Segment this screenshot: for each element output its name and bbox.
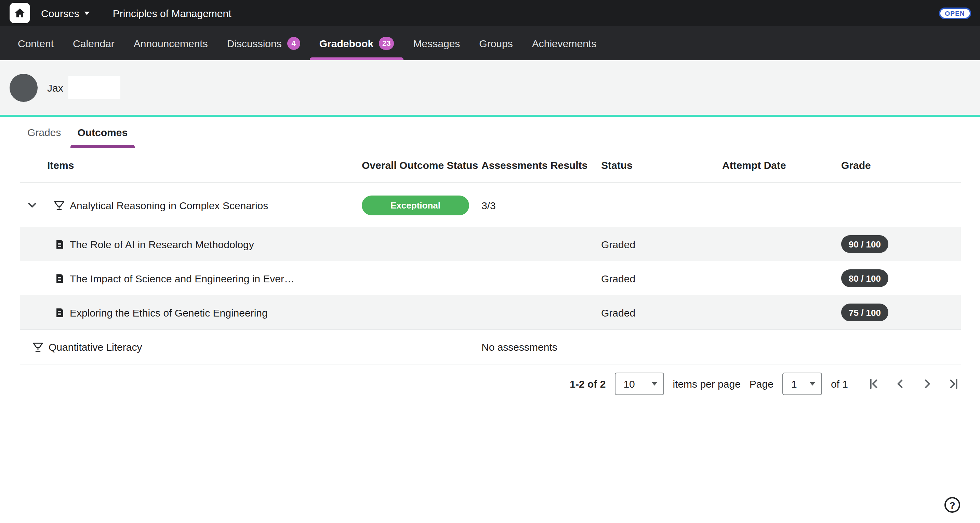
tab-grades[interactable]: Grades [21,117,68,148]
assessment-title: The Impact of Science and Engineering in… [70,272,294,284]
nav-label: Content [18,37,54,49]
pager-controls [866,376,961,391]
assessment-title: The Role of AI in Research Methodology [70,238,254,250]
assessments-results: 3/3 [482,199,601,211]
pagination-bar: 1-2 of 2 10 items per page Page 1 of 1 [0,371,961,396]
assessment-status: Graded [601,238,722,250]
grade-pill: 90 / 100 [841,235,888,253]
course-title: Principles of Management [113,7,231,19]
gradebook-count-badge: 23 [379,37,394,49]
first-page-icon [867,377,880,390]
items-per-page-value: 10 [624,378,635,389]
page-label: Page [749,378,773,389]
assignment-icon [54,307,65,318]
chevron-down-icon [810,382,815,385]
grade-pill: 80 / 100 [841,269,888,287]
assessment-title: Exploring the Ethics of Genetic Engineer… [70,307,268,318]
first-page-button[interactable] [866,376,881,391]
tab-label: Outcomes [77,127,127,138]
nav-item-achievements[interactable]: Achievements [522,26,606,60]
items-per-page-select[interactable]: 10 [614,372,664,395]
column-header-results: Assessments Results [482,159,601,171]
outcome-title: Analytical Reasoning in Complex Scenario… [70,199,268,211]
results-range: 1-2 of 2 [570,378,606,389]
assignment-icon [54,238,65,250]
outcome-title: Quantitative Literacy [49,341,142,353]
column-header-attempt-date: Attempt Date [722,159,841,171]
avatar [10,73,38,102]
grade-pill: 75 / 100 [841,304,888,321]
help-icon: ? [949,499,955,510]
page: Courses Principles of Management OPEN Co… [0,0,980,523]
nav-item-messages[interactable]: Messages [404,26,470,60]
page-total-label: of 1 [831,378,848,389]
student-name: Jax [47,82,63,93]
top-bar: Courses Principles of Management OPEN [0,0,980,26]
redacted-name-block [69,76,121,99]
discussions-count-badge: 4 [287,37,300,49]
overall-status-pill: Exceptional [362,195,469,215]
outcome-row: Analytical Reasoning in Complex Scenario… [20,183,961,227]
chevron-down-icon [26,199,38,211]
table-header-row: Items Overall Outcome Status Assessments… [20,148,961,183]
outcome-icon [32,341,44,353]
home-button[interactable] [10,3,30,23]
gradebook-tabs: Grades Outcomes [0,117,980,148]
assessment-status: Graded [601,307,722,318]
column-header-items: Items [20,159,362,171]
nav-label: Groups [479,37,512,49]
student-header: Jax [0,60,980,115]
tab-label: Grades [27,127,61,138]
page-number-value: 1 [791,378,797,389]
chevron-right-icon [920,377,933,390]
column-header-overall-status: Overall Outcome Status [362,159,482,171]
open-status-badge: OPEN [939,7,971,19]
outcome-row: Quantitative Literacy No assessments [20,329,961,364]
tab-outcomes[interactable]: Outcomes [70,117,134,148]
assignment-icon [54,272,65,284]
courses-label: Courses [41,7,80,19]
chevron-down-icon [651,382,657,385]
active-tab-underline [310,57,404,60]
course-nav: Content Calendar Announcements Discussio… [0,26,980,60]
nav-label: Gradebook [319,37,374,49]
chevron-down-icon [84,11,89,15]
nav-item-discussions[interactable]: Discussions 4 [218,26,310,60]
outcomes-table: Items Overall Outcome Status Assessments… [20,148,961,364]
nav-label: Messages [414,37,460,49]
next-page-button[interactable] [919,376,934,391]
nav-item-groups[interactable]: Groups [469,26,522,60]
active-tab-underline [70,145,134,148]
nav-item-gradebook[interactable]: Gradebook 23 [310,26,404,60]
column-header-grade: Grade [841,159,961,171]
nav-item-announcements[interactable]: Announcements [124,26,218,60]
last-page-icon [947,377,960,390]
assessment-status: Graded [601,272,722,284]
last-page-button[interactable] [946,376,961,391]
nav-label: Achievements [532,37,597,49]
assessment-row: Exploring the Ethics of Genetic Engineer… [20,295,961,329]
nav-label: Announcements [134,37,208,49]
page-number-select[interactable]: 1 [782,372,822,395]
assessment-row: The Role of AI in Research Methodology G… [20,227,961,261]
previous-page-button[interactable] [892,376,907,391]
nav-item-calendar[interactable]: Calendar [63,26,124,60]
column-header-status: Status [601,159,722,171]
chevron-left-icon [894,377,907,390]
outcome-icon [53,199,65,211]
assessment-row: The Impact of Science and Engineering in… [20,261,961,295]
collapse-outcome-button[interactable] [25,197,40,213]
nav-label: Calendar [73,37,115,49]
items-per-page-label: items per page [673,378,740,389]
help-button[interactable]: ? [945,497,960,513]
courses-dropdown[interactable]: Courses [41,7,89,19]
nav-item-content[interactable]: Content [8,26,63,60]
nav-label: Discussions [227,37,282,49]
home-icon [14,7,26,19]
assessments-results: No assessments [482,341,601,353]
